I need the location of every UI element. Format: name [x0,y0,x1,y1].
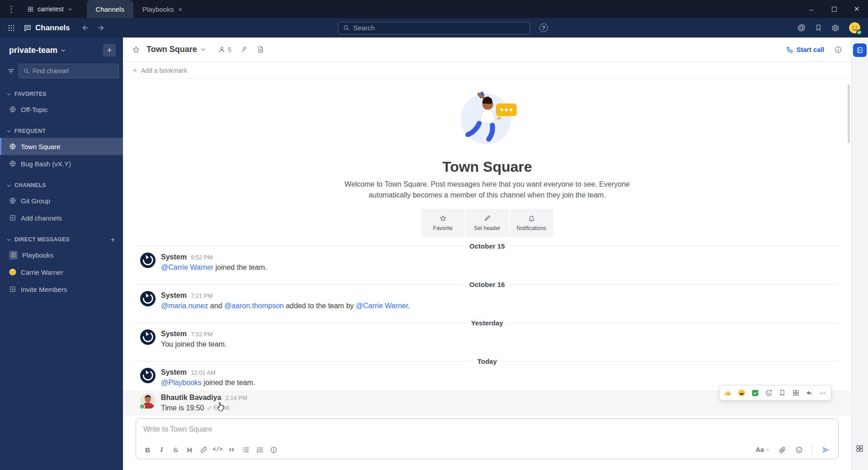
link-icon[interactable] [197,444,211,456]
sidebar-item-off-topic[interactable]: Off-Topic [0,101,123,118]
channel-name: Town Square [146,45,197,54]
attach-file-icon[interactable] [775,444,789,456]
sidebar-item-git-group[interactable]: Git Group [0,192,123,209]
message-sender[interactable]: Bhautik Bavadiya [161,393,221,402]
message-hover-toolbar: ··· [719,385,831,400]
thumbsup-reaction-button[interactable] [722,387,734,399]
recent-mentions-icon[interactable]: @ [797,23,806,33]
settings-gear-icon[interactable] [831,24,840,32]
send-message-button[interactable] [817,443,834,456]
timestamp: 9:52 PM [191,253,212,262]
favorite-button[interactable]: Favorite [421,209,465,237]
bold-icon[interactable]: B [141,444,155,456]
check-reaction-button[interactable] [749,387,761,399]
edited-indicator: Edited [207,403,229,413]
more-actions-icon[interactable]: ··· [816,387,829,399]
search-icon [23,68,29,74]
user-message-avatar[interactable] [140,393,156,409]
members-button[interactable]: 5 [218,46,231,53]
team-menu-button[interactable]: private-team [9,46,66,55]
user-message[interactable]: Bhautik Bavadiya 2:14 PM Time is 19:50Ed… [123,390,851,416]
mention-link[interactable]: @aaron.thompson [224,302,284,310]
emoji-picker-icon[interactable] [792,444,806,456]
scrollbar-thumb[interactable] [848,85,850,143]
sidebar-item-bug-bash[interactable]: Bug Bash (vX.Y) [0,155,123,172]
server-selector[interactable]: carrietest [23,0,77,18]
channel-intro-description: Welcome to Town Square. Post messages he… [338,179,637,201]
italic-icon[interactable]: I [155,444,169,456]
section-header-favorites[interactable]: FAVORITES [0,87,123,101]
message-actions-icon[interactable] [789,387,802,399]
apps-grid-icon[interactable] [855,444,864,453]
mention-link[interactable]: @maria.nunez [161,302,208,310]
find-channel-box[interactable] [19,64,119,78]
saved-messages-icon[interactable] [815,24,822,32]
add-direct-message-icon[interactable] [110,237,116,243]
pinned-posts-icon[interactable] [240,46,248,53]
section-header-channels[interactable]: CHANNELS [0,179,123,192]
channel-name-button[interactable]: Town Square [146,45,206,54]
mention-link[interactable]: @Carrie Warner [356,302,408,310]
sidebar-item-playbooks-dm[interactable]: Playbooks [0,246,123,263]
members-icon [218,46,226,53]
system-avatar [140,253,156,268]
notifications-button[interactable]: Notifications [510,209,553,237]
channel-info-icon[interactable] [834,46,842,54]
reply-icon[interactable] [803,387,816,399]
sidebar-item-add-channels[interactable]: Add channels [0,209,123,226]
maximize-button[interactable] [823,0,845,18]
formatting-toolbar: B I S H </> Aa [136,441,838,459]
section-header-frequent[interactable]: FREQUENT [0,124,123,138]
product-switcher-icon[interactable] [7,24,15,32]
playbooks-app-icon[interactable] [853,43,867,57]
close-button[interactable]: ✕ [845,0,868,18]
channel-filter-icon[interactable] [7,64,15,78]
strikethrough-icon[interactable]: S [169,444,183,456]
history-back-icon[interactable] [82,24,90,32]
code-icon[interactable]: </> [211,444,225,456]
add-reaction-icon[interactable] [762,387,775,399]
favorite-star-icon[interactable] [132,46,140,54]
set-header-button[interactable]: Set header [466,209,509,237]
user-avatar[interactable] [849,22,861,34]
chevron-down-icon [60,47,66,53]
quote-icon[interactable] [225,444,239,456]
tab-playbooks[interactable]: Playbooks × [133,0,191,18]
message-composer: B I S H </> Aa [136,418,839,459]
minimize-button[interactable]: – [800,0,823,18]
online-status-icon [856,29,862,35]
help-icon[interactable]: ? [539,24,548,32]
system-message: System 7:21 PM @maria.nunez and @aaron.t… [123,288,851,314]
start-call-button[interactable]: Start call [786,46,824,53]
sidebar-item-invite-members[interactable]: Invite Members [0,281,123,298]
sidebar-item-carrie-warner-dm[interactable]: Carrie Warner [0,263,123,281]
toggle-formatting-icon[interactable]: Aa [753,446,773,453]
mention-link[interactable]: @Carrie Warner [161,263,213,271]
history-forward-icon[interactable] [97,24,104,32]
heading-icon[interactable]: H [183,444,197,456]
formatting-help-icon[interactable] [267,444,281,456]
main-menu-icon[interactable]: ⋮ [0,0,23,18]
add-channel-plus-button[interactable] [103,44,116,56]
global-search[interactable] [338,22,530,34]
find-channel-input[interactable] [33,67,114,75]
save-message-icon[interactable] [776,387,788,399]
mention-link[interactable]: @Playbooks [161,379,202,386]
message-input[interactable] [136,419,838,441]
chevron-down-icon [200,47,206,52]
numbered-list-icon[interactable] [253,444,267,456]
close-tab-icon[interactable]: × [178,5,182,13]
sidebar-item-town-square[interactable]: Town Square [0,138,123,155]
tab-channels[interactable]: Channels [87,0,133,18]
plus-icon [132,67,138,73]
section-direct-messages: DIRECT MESSAGES Playbooks Carrie Warner … [0,233,123,298]
add-bookmark-button[interactable]: Add a bookmark [123,62,851,79]
section-header-direct-messages[interactable]: DIRECT MESSAGES [0,233,123,246]
maximize-icon [832,7,837,12]
pencil-icon [484,215,491,222]
laughing-reaction-button[interactable] [735,387,748,399]
bulleted-list-icon[interactable] [239,444,253,456]
plus-box-icon [9,214,16,221]
search-input[interactable] [354,24,525,32]
channel-files-icon[interactable] [257,46,264,53]
